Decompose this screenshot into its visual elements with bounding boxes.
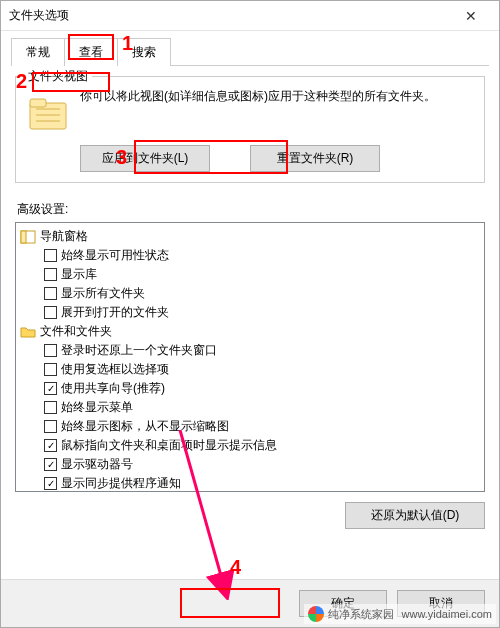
close-button[interactable]: ✕ [451, 2, 491, 30]
reset-folders-label: 重置文件夹(R) [277, 151, 354, 165]
checkbox[interactable] [44, 344, 57, 357]
ff-item[interactable]: 始终显示菜单 [16, 398, 484, 417]
nav-item-label: 显示所有文件夹 [61, 285, 145, 302]
restore-defaults-button[interactable]: 还原为默认值(D) [345, 502, 485, 529]
advanced-settings-label: 高级设置: [15, 195, 485, 222]
checkbox[interactable] [44, 249, 57, 262]
ff-item-label: 登录时还原上一个文件夹窗口 [61, 342, 217, 359]
checkbox[interactable] [44, 306, 57, 319]
tab-general-label: 常规 [26, 45, 50, 59]
ff-item[interactable]: ✓鼠标指向文件夹和桌面项时显示提示信息 [16, 436, 484, 455]
watermark-name: 纯净系统家园 [328, 607, 394, 622]
ff-item[interactable]: ✓显示驱动器号 [16, 455, 484, 474]
nav-pane-icon [20, 229, 36, 245]
nav-item-label: 展开到打开的文件夹 [61, 304, 169, 321]
checkbox[interactable]: ✓ [44, 458, 57, 471]
svg-rect-6 [21, 231, 26, 243]
titlebar: 文件夹选项 ✕ [1, 1, 499, 31]
folder-view-desc: 你可以将此视图(如详细信息或图标)应用于这种类型的所有文件夹。 [80, 87, 474, 105]
close-icon: ✕ [465, 8, 477, 24]
checkbox[interactable]: ✓ [44, 439, 57, 452]
nav-item[interactable]: 显示所有文件夹 [16, 284, 484, 303]
tree-group-navigation-pane: 导航窗格 [16, 227, 484, 246]
checkbox[interactable] [44, 287, 57, 300]
ff-item-label: 使用复选框以选择项 [61, 361, 169, 378]
tree-group-files-folders: 文件和文件夹 [16, 322, 484, 341]
checkbox[interactable] [44, 363, 57, 376]
ff-item-label: 始终显示图标，从不显示缩略图 [61, 418, 229, 435]
ff-item[interactable]: 使用复选框以选择项 [16, 360, 484, 379]
ff-item-label: 鼠标指向文件夹和桌面项时显示提示信息 [61, 437, 277, 454]
watermark: 纯净系统家园 www.yidaimei.com [304, 604, 496, 624]
tree-group-ff-label: 文件和文件夹 [40, 323, 112, 340]
checkbox[interactable]: ✓ [44, 477, 57, 490]
ff-item[interactable]: ✓使用共享向导(推荐) [16, 379, 484, 398]
apply-to-folders-button[interactable]: 应用到文件夹(L) [80, 145, 210, 172]
folder-group-icon [20, 324, 36, 340]
svg-rect-1 [30, 99, 46, 107]
tab-view-label: 查看 [79, 45, 103, 59]
watermark-logo-icon [308, 606, 324, 622]
watermark-url: www.yidaimei.com [402, 608, 492, 620]
ff-item-label: 显示驱动器号 [61, 456, 133, 473]
ff-item-label: 始终显示菜单 [61, 399, 133, 416]
nav-item[interactable]: 展开到打开的文件夹 [16, 303, 484, 322]
ff-item[interactable]: ✓显示同步提供程序通知 [16, 474, 484, 492]
ff-item-label: 使用共享向导(推荐) [61, 380, 165, 397]
tab-general[interactable]: 常规 [11, 38, 65, 66]
nav-item[interactable]: 显示库 [16, 265, 484, 284]
checkbox[interactable] [44, 420, 57, 433]
checkbox[interactable]: ✓ [44, 382, 57, 395]
ff-item-label: 显示同步提供程序通知 [61, 475, 181, 492]
folder-view-legend: 文件夹视图 [24, 68, 92, 85]
restore-defaults-label: 还原为默认值(D) [371, 508, 460, 522]
checkbox[interactable] [44, 268, 57, 281]
folder-options-window: 文件夹选项 ✕ 常规 查看 搜索 文件夹视图 你可以将此视图(如详细信息 [0, 0, 500, 628]
nav-item-label: 始终显示可用性状态 [61, 247, 169, 264]
reset-folders-button[interactable]: 重置文件夹(R) [250, 145, 380, 172]
ff-item[interactable]: 始终显示图标，从不显示缩略图 [16, 417, 484, 436]
nav-item-label: 显示库 [61, 266, 97, 283]
nav-item[interactable]: 始终显示可用性状态 [16, 246, 484, 265]
tab-strip: 常规 查看 搜索 [1, 31, 499, 65]
tab-content: 文件夹视图 你可以将此视图(如详细信息或图标)应用于这种类型的所有文件夹。 应用… [1, 66, 499, 579]
tab-search[interactable]: 搜索 [117, 38, 171, 66]
window-title: 文件夹选项 [9, 7, 451, 24]
folder-icon [26, 91, 70, 135]
advanced-settings-tree[interactable]: 导航窗格 始终显示可用性状态显示库显示所有文件夹展开到打开的文件夹 文件和文件夹… [15, 222, 485, 492]
tab-search-label: 搜索 [132, 45, 156, 59]
tree-group-nav-label: 导航窗格 [40, 228, 88, 245]
folder-view-group: 文件夹视图 你可以将此视图(如详细信息或图标)应用于这种类型的所有文件夹。 应用… [15, 76, 485, 183]
checkbox[interactable] [44, 401, 57, 414]
tab-view[interactable]: 查看 [64, 38, 118, 66]
apply-to-folders-label: 应用到文件夹(L) [102, 151, 189, 165]
ff-item[interactable]: 登录时还原上一个文件夹窗口 [16, 341, 484, 360]
